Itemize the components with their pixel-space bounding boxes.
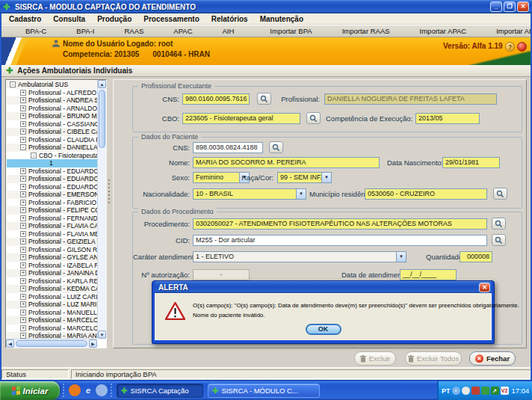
tree-toggle-icon[interactable]: + — [20, 184, 26, 190]
tree-toggle-icon[interactable]: + — [20, 113, 26, 119]
tree-row[interactable]: + Profissional - FLAVIA MENDE — [7, 230, 97, 239]
cns-executante-field[interactable]: 980.0160.0095.7616 — [182, 93, 250, 105]
tree-row[interactable]: + Profissional - GYLSE ANNE D — [7, 253, 97, 262]
ok-button[interactable]: OK — [306, 324, 341, 335]
tree-toggle-icon[interactable]: + — [20, 137, 26, 143]
tree-row[interactable]: + Profissional - MARCELO DE C — [7, 324, 97, 333]
tree-toggle-icon[interactable]: + — [20, 301, 26, 307]
tree-toggle-icon[interactable]: + — [20, 262, 26, 268]
scroll-down-arrow[interactable]: ▼ — [98, 330, 106, 339]
quicklaunch-network-icon[interactable] — [96, 384, 108, 396]
taskbar-window-button[interactable]: ✚ SISRCA - MÓDULO C... — [208, 384, 320, 398]
tree-toggle-icon[interactable]: + — [20, 105, 26, 111]
tray-update-icon[interactable] — [481, 387, 489, 395]
chevron-down-icon[interactable]: ▼ — [296, 189, 306, 199]
exit-icon[interactable] — [517, 42, 527, 52]
tree-row[interactable]: + Profissional - JANAINA DE A — [7, 269, 97, 277]
tree-row[interactable]: + Profissional - EMERSON ALVI — [7, 191, 97, 199]
scroll-right-arrow[interactable]: ▶ — [89, 339, 97, 348]
tree-toggle-icon[interactable]: - — [10, 81, 16, 87]
tree-toggle-icon[interactable]: + — [20, 294, 26, 300]
close-button[interactable]: ✕ — [517, 1, 529, 12]
nome-field[interactable]: MARIA DO SOCORRO M. PEREIRA — [193, 157, 380, 168]
cns-paciente-field[interactable]: 898.0038.0824.4188 — [193, 142, 263, 153]
procedimento-field[interactable]: 0302050027 - ATENDIMENTO FISIOTERAPÊUTIC… — [193, 218, 487, 230]
competencia-execucao-field[interactable]: 2013/05 — [415, 113, 480, 124]
scroll-left-arrow[interactable]: ◀ — [6, 339, 14, 348]
tree-row[interactable]: + Profissional - FERNANDA CA — [7, 215, 97, 223]
raca-dropdown[interactable]: 99 - SEM INF...▼ — [277, 172, 332, 183]
tree-toggle-icon[interactable]: + — [20, 121, 26, 127]
language-indicator[interactable]: PT — [442, 387, 451, 395]
cns-paciente-search-button[interactable] — [269, 141, 283, 153]
toolbar-item[interactable]: BPA-I — [61, 25, 109, 37]
toolbar-item[interactable]: Importar AIH — [481, 25, 532, 37]
menu-item[interactable]: Manutenção — [254, 13, 309, 25]
tree-row[interactable]: + Profissional - KEDMA CARNE — [7, 285, 97, 293]
municipio-search-button[interactable] — [493, 188, 507, 200]
vertical-scroll-thumb[interactable] — [99, 90, 105, 148]
horizontal-scroll-thumb[interactable] — [16, 340, 87, 347]
tree-row[interactable]: + Profissional - CASSIANO RO — [7, 120, 97, 129]
chevron-down-icon[interactable]: ▼ — [396, 252, 406, 262]
tray-antivirus-icon[interactable] — [471, 387, 480, 395]
tree-row[interactable]: + Profissional - CLAUDIA PORT — [7, 136, 97, 144]
tree-row[interactable]: + Profissional - ALFREDO MOR — [7, 89, 97, 97]
tree-row[interactable]: + Profissional - MARCELO ANT — [7, 316, 97, 324]
tree-toggle-icon[interactable]: + — [20, 97, 26, 103]
tree-toggle-icon[interactable]: + — [20, 270, 26, 276]
tree-toggle-icon[interactable]: - — [31, 153, 37, 159]
panel-splitter-handle[interactable] — [108, 179, 111, 203]
tree-toggle-icon[interactable]: + — [20, 239, 26, 244]
tray-sync-icon[interactable]: ↗ — [491, 387, 499, 395]
nacionalidade-dropdown[interactable]: 10 - BRASIL▼ — [193, 188, 306, 200]
toolbar-item[interactable]: RAAS — [109, 25, 158, 37]
toolbar-item[interactable]: BPA-C — [10, 25, 61, 37]
tree-row[interactable]: + Profissional - LUIZ CARLOS E — [7, 293, 97, 301]
taskbar-clock[interactable]: 17:04 — [512, 387, 530, 395]
tree-toggle-icon[interactable]: - — [20, 144, 26, 150]
municipio-field[interactable]: 0530050 - CRUZEIRO — [365, 188, 487, 200]
tree-toggle-icon[interactable]: + — [20, 215, 26, 221]
cbo-search-button[interactable] — [306, 112, 321, 124]
tree-row[interactable]: + Profissional - IZABELA RIBEI — [7, 262, 97, 270]
tree-row[interactable]: + Profissional - EDUARDO ANT — [7, 167, 97, 176]
tray-volume-icon[interactable] — [462, 387, 470, 395]
tree-row[interactable]: 1 — [7, 159, 97, 167]
data-atendimento-field[interactable]: __/__/____ — [400, 269, 457, 280]
tree-row[interactable]: - Profissional - DANIELLA NOG — [7, 144, 97, 152]
tree-row[interactable]: + Profissional - ANDREA SANT — [7, 96, 97, 105]
toolbar-item[interactable]: Importar BPA — [255, 25, 327, 37]
tree-row[interactable]: + Profissional - GILSON ROBER — [7, 246, 97, 254]
minimize-button[interactable]: _ — [490, 1, 502, 12]
toolbar-item[interactable]: AIH — [208, 25, 250, 37]
tree-toggle-icon[interactable]: + — [20, 129, 26, 135]
tree-toggle-icon[interactable]: + — [20, 191, 26, 197]
tree-row[interactable]: + Profissional - EDUARDO DE A — [7, 175, 97, 183]
tree-row[interactable]: + Profissional - EDUARDO FILO — [7, 183, 97, 191]
tray-v2-icon[interactable]: V2 — [501, 387, 509, 395]
tree-row[interactable]: + Profissional - BRUNO MARIA — [7, 112, 97, 120]
tree-toggle-icon[interactable]: + — [20, 231, 26, 237]
quantidade-field[interactable]: 000008 — [460, 251, 492, 262]
cbo-field[interactable]: 223605 - Fisioterapeuta geral — [182, 113, 300, 124]
menu-item[interactable]: Relatórios — [205, 13, 254, 25]
menu-item[interactable]: Cadastro — [3, 13, 47, 25]
carater-dropdown[interactable]: 1 - ELETIVO▼ — [193, 251, 406, 262]
tree-toggle-icon[interactable]: + — [20, 254, 26, 260]
tree-row[interactable]: + Profissional - LUZ MARINA A — [7, 301, 97, 309]
tree-row[interactable]: + Profissional - MANUELLA NEV — [7, 309, 97, 317]
alert-close-button[interactable]: ✕ — [479, 283, 490, 292]
procedimento-search-button[interactable] — [492, 218, 506, 230]
start-button[interactable]: Iniciar — [0, 381, 60, 400]
tree-toggle-icon[interactable]: + — [20, 168, 26, 174]
cid-search-button[interactable] — [492, 234, 506, 246]
tree-horizontal-scrollbar[interactable]: ◀ ▶ — [6, 339, 97, 348]
fechar-button[interactable]: ✕ Fechar — [469, 351, 516, 366]
tree-row[interactable]: + Profissional - FABRICIO TAD — [7, 199, 97, 207]
toolbar-item[interactable]: Importar RAAS — [327, 25, 405, 37]
quicklaunch-browser-icon[interactable] — [69, 384, 81, 396]
cid-field[interactable]: M255 - Dor articular — [193, 235, 487, 246]
scroll-up-arrow[interactable]: ▲ — [98, 80, 106, 88]
menu-item[interactable]: Produção — [91, 13, 137, 25]
